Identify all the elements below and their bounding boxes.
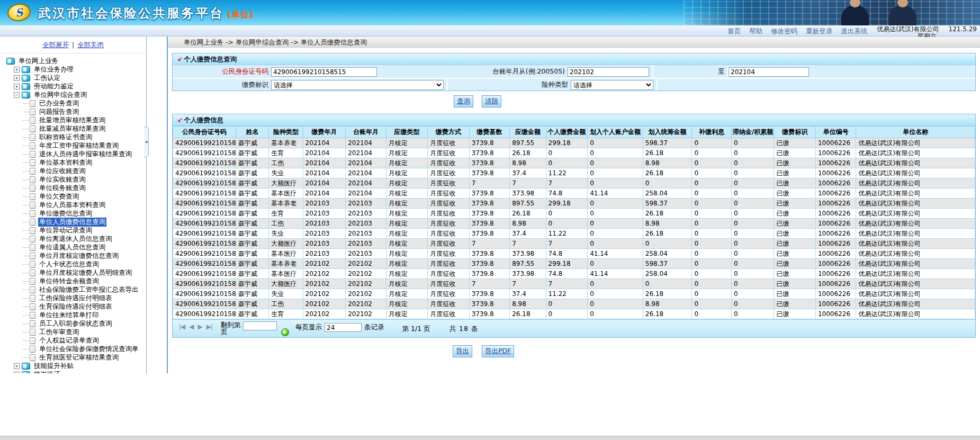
first-page-icon[interactable]: |◀ — [179, 323, 185, 330]
sidebar-item-label[interactable]: 单位遗属人员信息查询 — [38, 243, 106, 252]
sidebar-item[interactable]: 单位待转金余额查询 — [5, 277, 146, 285]
clear-button[interactable]: 清除 — [482, 95, 501, 107]
sidebar-item-label[interactable]: 社会保险缴费工资申报汇总表导出 — [38, 285, 140, 294]
sidebar-item-label[interactable]: 单位实收账查询 — [38, 175, 87, 184]
sidebar-group[interactable]: +技能提升补贴 — [5, 362, 146, 370]
sidebar-group[interactable]: +稳岗返还 — [5, 370, 146, 373]
sidebar-item-label[interactable]: 单位网上业务 — [17, 57, 59, 66]
sidebar-item[interactable]: 单位实收账查询 — [5, 175, 146, 184]
table-row[interactable]: 429006199210158515聂宇威失业202103202103月核定月度… — [173, 229, 975, 239]
sidebar-group[interactable]: +劳动能力鉴定 — [5, 82, 146, 91]
id-input[interactable] — [271, 67, 377, 77]
sidebar-splitter[interactable]: ◀ — [147, 37, 167, 373]
sidebar-item[interactable]: 单位应收账查询 — [5, 167, 146, 175]
sidebar-item-label[interactable]: 单位人员缴费信息查询 — [38, 218, 106, 227]
sidebar-item-label[interactable]: 个人卡状态信息查询 — [38, 260, 100, 269]
top-link[interactable]: 帮助 — [749, 27, 762, 36]
goto-page-input[interactable] — [243, 321, 277, 330]
sidebar-item-label[interactable]: 职称资格证书查询 — [38, 133, 93, 142]
sidebar-item-label[interactable]: 批量减员审核结果查询 — [38, 124, 106, 133]
table-row[interactable]: 429006199210158515聂宇威基本医疗202104202104月核定… — [173, 188, 975, 199]
table-row[interactable]: 429006199210158515聂宇威大额医疗202103202103月核定… — [173, 239, 975, 249]
period-from-input[interactable] — [568, 67, 649, 77]
sidebar-item-label[interactable]: 已办业务查询 — [38, 99, 80, 108]
top-link[interactable]: 退出系统 — [841, 27, 867, 36]
last-page-icon[interactable]: ▶| — [206, 323, 212, 330]
sidebar-item-label[interactable]: 生育就医登记审核结果查询 — [38, 353, 120, 362]
sidebar-item-label[interactable]: 单位网申综合查询 — [33, 91, 88, 100]
sidebar-item[interactable]: 员工入职前参保状态查询 — [5, 319, 146, 328]
sidebar-item-label[interactable]: 单位往来结算单打印 — [38, 311, 100, 320]
sidebar-item[interactable]: 单位社会保险参保缴费情况查询单 — [5, 345, 146, 353]
sidebar-item[interactable]: 批量减员审核结果查询 — [5, 124, 146, 133]
tree-expander-icon[interactable]: + — [14, 75, 20, 81]
sidebar-item[interactable]: 生育就医登记审核结果查询 — [5, 353, 146, 362]
sidebar-item[interactable]: 单位月度核定缴费人员明细查询 — [5, 268, 146, 277]
table-row[interactable]: 429006199210158515聂宇威基本养老202104202104月核定… — [173, 138, 975, 148]
tree-expander-icon[interactable]: + — [14, 363, 20, 369]
sidebar-item-label[interactable]: 个人权益记录单查询 — [38, 336, 100, 345]
sidebar-item-label[interactable]: 单位应收账查询 — [38, 167, 87, 176]
sidebar-group[interactable]: 单位网上业务 — [5, 57, 146, 65]
sidebar-item[interactable]: 单位基本资料查询 — [5, 158, 146, 167]
sidebar-item[interactable]: 单位离退休人员信息查询 — [5, 235, 146, 243]
sidebar-item[interactable]: 已办业务查询 — [5, 99, 146, 107]
sidebar-item-label[interactable]: 单位月度核定缴费人员明细查询 — [38, 268, 133, 277]
per-page-input[interactable] — [325, 323, 362, 332]
table-row[interactable]: 429006199210158515聂宇威基本养老202102202102月核定… — [173, 259, 975, 269]
sidebar-item[interactable]: 工伤年审查询 — [5, 328, 146, 336]
table-row[interactable]: 429006199210158515聂宇威生育202102202102月核定月度… — [173, 309, 975, 319]
sidebar-group[interactable]: +工伤认定 — [5, 74, 146, 82]
sidebar-group[interactable]: −单位网申综合查询 — [5, 91, 146, 99]
sidebar-item-label[interactable]: 年度工资申报审核结果查询 — [38, 141, 120, 150]
table-row[interactable]: 429006199210158515聂宇威基本养老202103202103月核定… — [173, 199, 975, 209]
table-row[interactable]: 429006199210158515聂宇威大额医疗202104202104月核定… — [173, 178, 975, 188]
sidebar-item-label[interactable]: 工伤认定 — [33, 74, 61, 83]
sidebar-item-label[interactable]: 工伤年审查询 — [38, 328, 80, 337]
sidebar-item-label[interactable]: 单位月度核定缴费信息查询 — [38, 252, 120, 261]
sidebar-item-label[interactable]: 技能提升补贴 — [33, 362, 75, 371]
sidebar-item[interactable]: 生育保险待遇应付明细表 — [5, 302, 146, 311]
goto-page-button[interactable]: ▶ — [281, 328, 289, 336]
sidebar-item-label[interactable]: 单位税务账查询 — [38, 184, 87, 193]
collapse-all-link[interactable]: 全部关闭 — [77, 41, 104, 49]
sidebar-item[interactable]: 批量增员审核结果查询 — [5, 116, 146, 124]
sidebar-item-label[interactable]: 问题报告查询 — [38, 107, 80, 116]
sidebar-item[interactable]: 单位人员缴费信息查询 — [5, 218, 146, 226]
table-row[interactable]: 429006199210158515聂宇威生育202103202103月核定月度… — [173, 209, 975, 219]
sidebar-item[interactable]: 年度工资申报审核结果查询 — [5, 141, 146, 150]
table-row[interactable]: 429006199210158515聂宇威工伤202104202104月核定月度… — [173, 158, 975, 168]
sidebar-item[interactable]: 个人权益记录单查询 — [5, 336, 146, 345]
sidebar-group[interactable]: +单位业务办理 — [5, 65, 146, 74]
top-link[interactable]: 首页 — [727, 27, 741, 36]
sidebar-item-label[interactable]: 退休人员待遇申报审核结果查询 — [38, 150, 133, 159]
sidebar-item-label[interactable]: 劳动能力鉴定 — [33, 82, 75, 91]
sidebar-item-label[interactable]: 单位缴费信息查询 — [38, 209, 93, 218]
sidebar-item-label[interactable]: 单位待转金余额查询 — [38, 277, 100, 286]
sidebar-item-label[interactable]: 稳岗返还 — [33, 370, 61, 374]
bottom-scrollbar-strip[interactable] — [0, 436, 980, 440]
top-link[interactable]: 重新登录 — [806, 27, 832, 36]
sidebar-item-label[interactable]: 单位异动记录查询 — [38, 226, 93, 235]
sidebar-item-label[interactable]: 单位人员基本资料查询 — [38, 201, 106, 210]
top-link[interactable]: 修改密码 — [771, 27, 797, 36]
sidebar-item[interactable]: 单位异动记录查询 — [5, 226, 146, 235]
export-pdf-button[interactable]: 导出PDF — [482, 345, 514, 357]
table-row[interactable]: 429006199210158515聂宇威生育202104202104月核定月度… — [173, 148, 975, 158]
sidebar-item[interactable]: 单位往来结算单打印 — [5, 311, 146, 319]
tree-expander-icon[interactable]: + — [14, 84, 20, 89]
table-row[interactable]: 429006199210158515聂宇威工伤202102202102月核定月度… — [173, 299, 975, 309]
sidebar-item-label[interactable]: 员工入职前参保状态查询 — [38, 319, 113, 328]
pay-flag-select[interactable]: 请选择 — [271, 80, 444, 90]
sidebar-item[interactable]: 个人卡状态信息查询 — [5, 260, 146, 268]
tree-expander-icon[interactable]: + — [14, 67, 20, 73]
sidebar-collapse-handle[interactable]: ◀ — [144, 127, 149, 157]
sidebar-item-label[interactable]: 单位业务办理 — [33, 65, 75, 74]
export-button[interactable]: 导出 — [453, 345, 472, 357]
table-row[interactable]: 429006199210158515聂宇威基本医疗202102202102月核定… — [173, 269, 975, 279]
sidebar-item-label[interactable]: 单位基本资料查询 — [38, 158, 93, 167]
sidebar-item-label[interactable]: 单位离退休人员信息查询 — [38, 235, 113, 244]
sidebar-item[interactable]: 退休人员待遇申报审核结果查询 — [5, 150, 146, 158]
sidebar-item[interactable]: 单位税务账查询 — [5, 184, 146, 192]
table-row[interactable]: 429006199210158515聂宇威失业202104202104月核定月度… — [173, 168, 975, 178]
